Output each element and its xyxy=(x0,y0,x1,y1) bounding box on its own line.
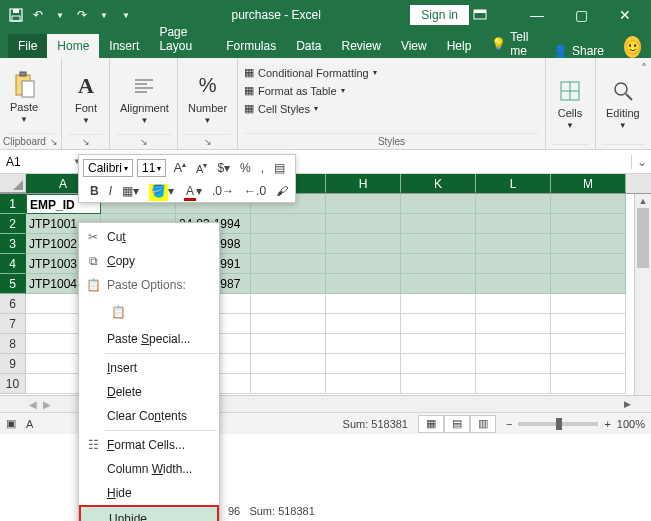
signin-button[interactable]: Sign in xyxy=(410,5,469,25)
row-header[interactable]: 5 xyxy=(0,274,26,294)
row-header[interactable]: 2 xyxy=(0,214,26,234)
fill-color-icon[interactable]: 🪣▾ xyxy=(146,184,177,198)
row-header[interactable]: 1 xyxy=(0,194,26,214)
zoom-out-button[interactable]: − xyxy=(506,418,512,430)
save-icon[interactable] xyxy=(8,7,24,23)
increase-decimal-icon[interactable]: .0→ xyxy=(209,184,237,198)
menu-clear-contents[interactable]: Clear Contents xyxy=(79,404,219,428)
cell-styles-button[interactable]: ▦Cell Styles▾ xyxy=(244,100,318,117)
italic-button[interactable]: I xyxy=(106,184,115,198)
comma-icon[interactable]: , xyxy=(258,161,267,175)
tab-insert[interactable]: Insert xyxy=(99,34,149,58)
row-header[interactable]: 8 xyxy=(0,334,26,354)
qat-customize-icon[interactable]: ▼ xyxy=(118,7,134,23)
tab-data[interactable]: Data xyxy=(286,34,331,58)
collapse-ribbon-icon[interactable]: ˄ xyxy=(641,62,647,76)
row-header[interactable]: 7 xyxy=(0,314,26,334)
menu-column-width[interactable]: Column Width... xyxy=(79,457,219,481)
font-name-selector[interactable]: Calibri▾ xyxy=(83,159,133,177)
percent-icon[interactable]: % xyxy=(237,161,254,175)
scroll-right-icon[interactable]: ▶ xyxy=(620,396,634,412)
alignment-group-button[interactable]: Alignment▼ xyxy=(116,70,173,127)
row-header[interactable]: 6 xyxy=(0,294,26,314)
tab-review[interactable]: Review xyxy=(332,34,391,58)
dialog-launcher-icon[interactable]: ↘ xyxy=(204,137,212,147)
format-painter-icon[interactable]: 🖌 xyxy=(273,184,291,198)
view-pagebreak-icon[interactable]: ▥ xyxy=(470,415,496,433)
format-as-table-button[interactable]: ▦Format as Table▾ xyxy=(244,82,345,99)
tellme-search[interactable]: 💡Tell me xyxy=(481,30,543,58)
scroll-up-icon[interactable]: ▲ xyxy=(635,194,651,208)
name-box[interactable]: A1▼ xyxy=(0,155,88,169)
row-header[interactable]: 10 xyxy=(0,374,26,394)
cells-group-button[interactable]: Cells▼ xyxy=(552,75,588,132)
merge-icon[interactable]: ▤ xyxy=(271,161,288,175)
cell[interactable] xyxy=(326,194,401,214)
zoom-in-button[interactable]: + xyxy=(604,418,610,430)
increase-font-icon[interactable]: A▴ xyxy=(170,160,189,175)
menu-delete[interactable]: Delete xyxy=(79,380,219,404)
col-header[interactable]: H xyxy=(326,174,401,193)
menu-format-cells[interactable]: ☷Format Cells... xyxy=(79,433,219,457)
menu-unhide[interactable]: Unhide xyxy=(81,507,217,521)
tab-formulas[interactable]: Formulas xyxy=(216,34,286,58)
tab-page-layout[interactable]: Page Layou xyxy=(149,20,216,58)
undo-icon[interactable]: ↶ xyxy=(30,7,46,23)
group-label: Styles xyxy=(378,136,405,147)
tab-nav-last-icon[interactable]: ▶ xyxy=(43,399,51,410)
tab-home[interactable]: Home xyxy=(47,34,99,58)
maximize-button[interactable]: ▢ xyxy=(561,7,601,23)
close-button[interactable]: ✕ xyxy=(605,7,645,23)
dialog-launcher-icon[interactable]: ↘ xyxy=(82,137,90,147)
tab-nav-first-icon[interactable]: ◀ xyxy=(29,399,37,410)
zoom-slider[interactable] xyxy=(518,422,598,426)
share-button[interactable]: 👤Share xyxy=(543,44,614,58)
redo-icon[interactable]: ↷ xyxy=(74,7,90,23)
menu-paste-special[interactable]: Paste Special... xyxy=(79,327,219,351)
decrease-font-icon[interactable]: A▾ xyxy=(193,161,210,175)
cell[interactable] xyxy=(476,194,551,214)
status-sum: Sum: 518381 xyxy=(343,418,408,430)
borders-icon[interactable]: ▦▾ xyxy=(119,184,142,198)
decrease-decimal-icon[interactable]: ←.0 xyxy=(241,184,269,198)
minimize-button[interactable]: — xyxy=(517,7,557,23)
font-color-icon[interactable]: A▾ xyxy=(181,184,205,198)
view-normal-icon[interactable]: ▦ xyxy=(418,415,444,433)
chevron-down-icon[interactable]: ▼ xyxy=(96,7,112,23)
chevron-down-icon[interactable]: ▼ xyxy=(52,7,68,23)
col-header[interactable]: K xyxy=(401,174,476,193)
scroll-thumb[interactable] xyxy=(637,208,649,268)
menu-hide[interactable]: Hide xyxy=(79,481,219,505)
row-header[interactable]: 9 xyxy=(0,354,26,374)
select-all-corner[interactable] xyxy=(0,174,26,193)
font-group-button[interactable]: AFont▼ xyxy=(68,70,104,127)
number-group-button[interactable]: %Number▼ xyxy=(184,70,231,127)
bold-button[interactable]: B xyxy=(87,184,102,198)
menu-cut[interactable]: ✂Cut xyxy=(79,225,219,249)
row-header[interactable]: 3 xyxy=(0,234,26,254)
menu-copy[interactable]: ⧉Copy xyxy=(79,249,219,273)
editing-group-button[interactable]: Editing▼ xyxy=(602,75,644,132)
row-header[interactable]: 4 xyxy=(0,254,26,274)
font-size-selector[interactable]: 11▾ xyxy=(137,159,166,177)
menu-insert[interactable]: Insert xyxy=(79,356,219,380)
tab-view[interactable]: View xyxy=(391,34,437,58)
conditional-formatting-button[interactable]: ▦Conditional Formatting▾ xyxy=(244,64,377,81)
ribbon-display-icon[interactable] xyxy=(473,9,513,21)
vertical-scrollbar[interactable]: ▲▼ xyxy=(634,194,651,412)
tab-file[interactable]: File xyxy=(8,34,47,58)
paste-button[interactable]: Paste ▼ xyxy=(6,69,42,126)
tab-help[interactable]: Help xyxy=(437,34,482,58)
dialog-launcher-icon[interactable]: ↘ xyxy=(50,137,58,147)
cell[interactable] xyxy=(401,194,476,214)
feedback-icon[interactable]: 🙂 xyxy=(624,36,641,58)
accounting-format-icon[interactable]: $▾ xyxy=(214,161,233,175)
col-header[interactable]: L xyxy=(476,174,551,193)
cell[interactable] xyxy=(551,194,626,214)
expand-formula-bar-icon[interactable]: ⌄ xyxy=(631,155,651,169)
col-header[interactable]: M xyxy=(551,174,626,193)
dialog-launcher-icon[interactable]: ↘ xyxy=(140,137,148,147)
record-macro-icon[interactable]: ▣ xyxy=(6,417,16,430)
view-layout-icon[interactable]: ▤ xyxy=(444,415,470,433)
paste-default-icon[interactable]: 📋 xyxy=(107,301,129,323)
